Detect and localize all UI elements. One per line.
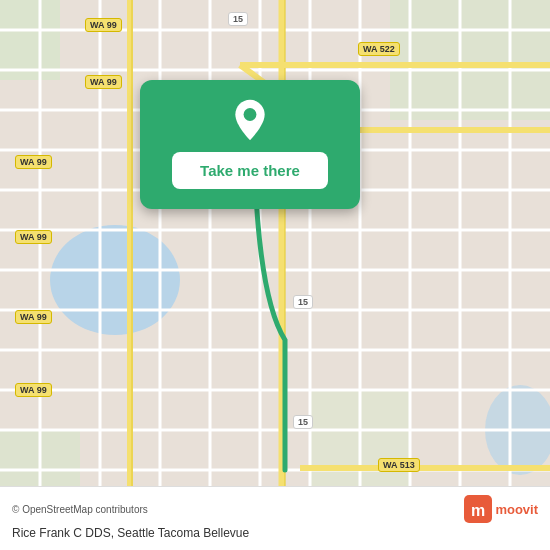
take-me-there-button[interactable]: Take me there <box>172 152 328 189</box>
highway-label-wa99-mid2: WA 99 <box>15 230 52 244</box>
highway-label-i15-2: 15 <box>293 295 313 309</box>
moovit-brand-name: moovit <box>495 502 538 517</box>
highway-label-wa99-bot1: WA 99 <box>15 310 52 324</box>
highway-label-i15-1: 15 <box>228 12 248 26</box>
highway-label-wa99-top1: WA 99 <box>85 18 122 32</box>
highway-label-wa99-bot2: WA 99 <box>15 383 52 397</box>
attribution-text: © OpenStreetMap contributors <box>12 504 148 515</box>
highway-label-wa99-mid1: WA 99 <box>15 155 52 169</box>
svg-point-37 <box>244 108 257 121</box>
location-overlay[interactable]: Take me there <box>140 80 360 209</box>
highway-label-wa99-top2: WA 99 <box>85 75 122 89</box>
bottom-bar: © OpenStreetMap contributors m moovit Ri… <box>0 486 550 550</box>
location-pin-icon <box>228 98 272 142</box>
svg-text:m: m <box>471 502 485 519</box>
location-full-title: Rice Frank C DDS, Seattle Tacoma Bellevu… <box>12 526 538 540</box>
moovit-icon: m <box>464 495 492 523</box>
highway-label-i15-3: 15 <box>293 415 313 429</box>
location-name: Rice Frank C DDS <box>12 526 111 540</box>
moovit-logo: m moovit <box>464 495 538 523</box>
location-region: Seattle Tacoma Bellevue <box>117 526 249 540</box>
highway-label-wa522-1: WA 522 <box>358 42 400 56</box>
highway-label-wa513: WA 513 <box>378 458 420 472</box>
map-container: WA 99 WA 99 WA 99 WA 99 WA 99 WA 99 WA 5… <box>0 0 550 550</box>
